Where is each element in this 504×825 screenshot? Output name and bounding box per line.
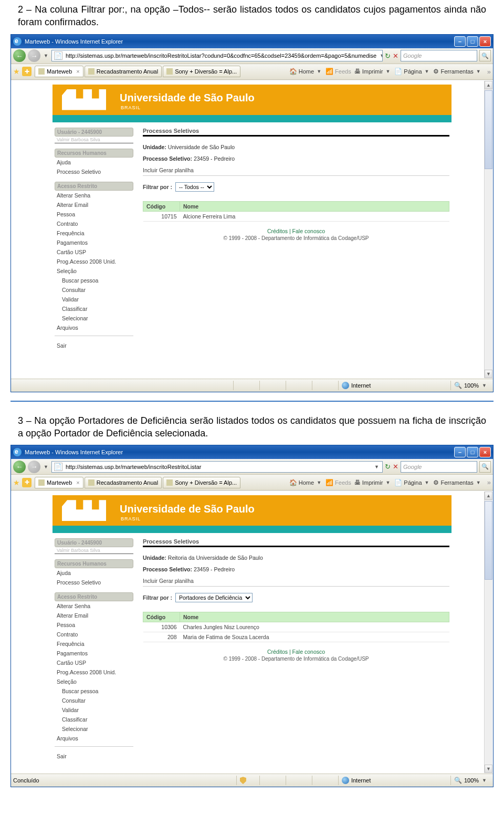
sidebar-link-cartao-usp[interactable]: Cartão USP [55,247,133,257]
tab-sony[interactable]: Sony + Diversão = Alp... [163,477,240,488]
tab-close-icon[interactable]: × [76,68,79,75]
toolbar-overflow-icon[interactable]: » [487,478,491,486]
minimize-button[interactable]: – [454,447,466,457]
action-links[interactable]: Incluir Gerar planilha [143,578,449,584]
tab-recadastramento[interactable]: Recadastramento Anual [85,477,162,488]
sidebar-link-consultar[interactable]: Consultar [55,696,133,705]
browser-search-input[interactable]: Google [401,50,477,61]
sidebar-link-alterar-email[interactable]: Alterar Email [55,611,133,620]
sidebar-link-alterar-senha[interactable]: Alterar Senha [55,191,133,200]
sidebar-link-sair[interactable]: Sair [55,341,133,350]
feeds-button[interactable]: 📶Feeds [326,479,351,486]
sidebar-link-processo-seletivo[interactable]: Processo Seletivo [55,578,133,587]
browser-search-input[interactable]: Google [401,461,477,473]
stop-button[interactable]: ✕ [393,463,398,471]
sidebar-link-validar[interactable]: Validar [55,705,133,715]
address-dropdown-icon[interactable]: ▼ [379,53,383,58]
address-dropdown-icon[interactable]: ▼ [373,464,380,469]
back-button[interactable]: ← [13,49,26,62]
status-zoom[interactable]: 🔍 100% ▼ [450,381,491,390]
refresh-button[interactable]: ↻ [385,463,391,471]
nav-history-dropdown-icon[interactable]: ▼ [43,53,49,58]
scroll-thumb[interactable] [485,501,492,580]
sidebar-link-contrato[interactable]: Contrato [55,630,133,639]
search-go-button[interactable]: 🔍 [479,461,491,473]
tools-menu[interactable]: ⚙Ferramentas▼ [433,479,481,486]
sidebar-link-sair[interactable]: Sair [55,751,133,761]
sidebar-link-frequencia[interactable]: Frequência [55,228,133,238]
minimize-button[interactable]: – [454,36,466,47]
page-vertical-scrollbar[interactable]: ▲ ▼ [484,492,492,773]
sidebar-link-pagamentos[interactable]: Pagamentos [55,238,133,247]
scroll-up-button[interactable]: ▲ [485,492,492,500]
forward-button[interactable]: → [28,461,40,473]
add-favorite-icon[interactable]: ✚ [22,67,32,76]
status-zoom[interactable]: 🔍 100% ▼ [450,776,491,785]
sidebar-link-processo-seletivo[interactable]: Processo Seletivo [55,167,133,176]
print-button[interactable]: 🖶Imprimir▼ [354,479,392,486]
home-button[interactable]: 🏠Home▼ [289,68,322,75]
home-button[interactable]: 🏠Home▼ [289,479,322,486]
sidebar-link-alterar-senha[interactable]: Alterar Senha [55,601,133,611]
sidebar-link-cartao-usp[interactable]: Cartão USP [55,658,133,667]
sidebar-link-ajuda[interactable]: Ajuda [55,568,133,578]
stop-button[interactable]: ✕ [393,52,398,60]
close-button[interactable]: × [479,447,491,457]
tab-marteweb[interactable]: Marteweb × [35,66,83,77]
nav-history-dropdown-icon[interactable]: ▼ [43,464,49,469]
sidebar-link-alterar-email[interactable]: Alterar Email [55,200,133,210]
tab-recadastramento[interactable]: Recadastramento Anual [85,66,162,77]
add-favorite-icon[interactable]: ✚ [22,478,32,487]
sidebar-link-pessoa[interactable]: Pessoa [55,620,133,630]
close-button[interactable]: × [479,36,491,47]
table-row[interactable]: 10306 Charles Jungles Nisz Lourenço [143,622,449,632]
sidebar-link-classificar[interactable]: Classificar [55,304,133,314]
search-go-button[interactable]: 🔍 [479,50,491,61]
sidebar-link-selecao[interactable]: Seleção [55,677,133,686]
sidebar-link-prog-acesso[interactable]: Prog.Acesso 2008 Unid. [55,257,133,266]
page-menu[interactable]: 📄Página▼ [394,68,430,75]
sidebar-link-validar[interactable]: Validar [55,295,133,304]
page-menu[interactable]: 📄Página▼ [394,479,430,486]
favorites-icon[interactable]: ★ [13,67,20,76]
maximize-button[interactable]: □ [467,36,478,47]
sidebar-link-ajuda[interactable]: Ajuda [55,158,133,167]
forward-button[interactable]: → [28,49,40,62]
address-bar[interactable]: 📄 http://sistemas.usp.br/marteweb/inscri… [51,50,383,61]
table-row[interactable]: 208 Maria de Fatima de Souza Lacerda [143,632,449,642]
tools-menu[interactable]: ⚙Ferramentas▼ [433,68,481,75]
sidebar-link-buscar-pessoa[interactable]: Buscar pessoa [55,686,133,696]
print-button[interactable]: 🖶Imprimir▼ [354,68,392,75]
filter-select[interactable]: -- Todos -- [175,182,214,192]
sidebar-link-selecao[interactable]: Seleção [55,266,133,276]
sidebar-link-selecionar[interactable]: Selecionar [55,724,133,734]
sidebar-link-pagamentos[interactable]: Pagamentos [55,649,133,658]
toolbar-overflow-icon[interactable]: » [487,68,491,76]
sidebar-link-consultar[interactable]: Consultar [55,285,133,295]
link-creditos[interactable]: Créditos [267,649,288,655]
back-button[interactable]: ← [13,461,26,473]
table-row[interactable]: 10715 Alcione Ferreira Lima [143,211,449,221]
sidebar-link-frequencia[interactable]: Frequência [55,639,133,649]
refresh-button[interactable]: ↻ [385,52,391,60]
status-zone[interactable]: Internet [338,381,448,390]
link-creditos[interactable]: Créditos [267,228,288,234]
sidebar-link-selecionar[interactable]: Selecionar [55,314,133,323]
sidebar-link-prog-acesso[interactable]: Prog.Acesso 2008 Unid. [55,667,133,677]
status-zone[interactable]: Internet [338,776,448,785]
scroll-thumb[interactable] [485,90,492,169]
filter-select[interactable]: Portadores de Deficiência [175,593,253,602]
sidebar-link-arquivos[interactable]: Arquivos [55,734,133,743]
scroll-down-button[interactable]: ▼ [485,765,492,773]
sidebar-link-arquivos[interactable]: Arquivos [55,323,133,332]
maximize-button[interactable]: □ [467,447,478,457]
sidebar-link-buscar-pessoa[interactable]: Buscar pessoa [55,276,133,285]
sidebar-link-classificar[interactable]: Classificar [55,715,133,724]
link-fale-conosco[interactable]: Fale conosco [292,228,325,234]
favorites-icon[interactable]: ★ [13,478,20,487]
scroll-down-button[interactable]: ▼ [485,370,492,378]
feeds-button[interactable]: 📶Feeds [326,68,351,75]
sidebar-link-contrato[interactable]: Contrato [55,219,133,228]
link-fale-conosco[interactable]: Fale conosco [292,649,325,655]
action-links[interactable]: Incluir Gerar planilha [143,167,449,173]
